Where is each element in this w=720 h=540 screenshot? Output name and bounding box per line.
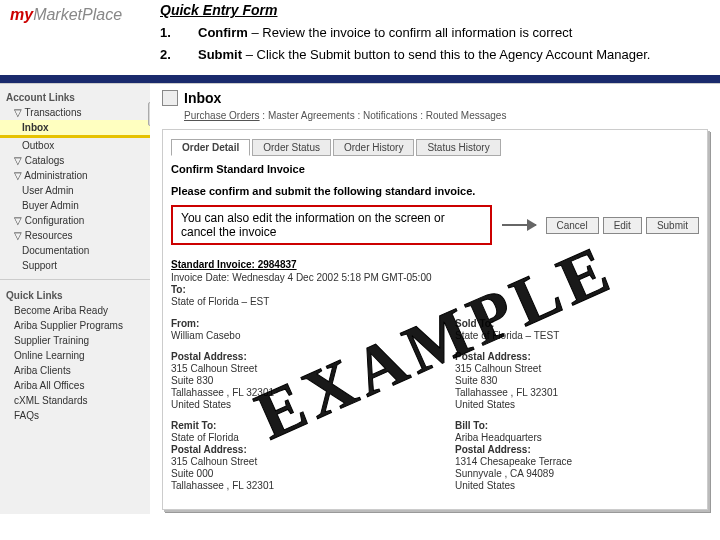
instruction-steps: 1. Confirm – Review the invoice to confi… [160,24,710,63]
sidebar-item-buyer-admin[interactable]: Buyer Admin [0,198,150,213]
step-number: 2. [160,46,198,64]
step-lead: Confirm [198,25,248,40]
breadcrumb-item[interactable]: Notifications [363,110,417,121]
bill-label: Bill To: [455,420,488,431]
addr-line: Tallahassee , FL 32301 [171,387,415,398]
from-name: William Casebo [171,330,415,341]
submit-button[interactable]: Submit [646,217,699,234]
sidebar-quicklink[interactable]: Online Learning [0,348,150,363]
tab-order-history[interactable]: Order History [333,139,414,156]
inbox-title: Inbox [184,90,221,106]
addr-line: Tallahassee , FL 32301 [171,480,415,491]
sold-name: State of Florida – TEST [455,330,699,341]
breadcrumb: Purchase Orders : Master Agreements : No… [184,110,708,121]
addr-line: Suite 830 [171,375,415,386]
sidebar-quicklink[interactable]: Ariba All Offices [0,378,150,393]
tab-order-status[interactable]: Order Status [252,139,331,156]
sidebar-item-outbox[interactable]: Outbox [0,138,150,153]
sidebar-item-support[interactable]: Support [0,258,150,273]
sold-label: Sold To: [455,318,494,329]
sidebar-item-transactions[interactable]: ▽ Transactions [0,105,150,120]
sidebar-item-configuration[interactable]: ▽ Configuration [0,213,150,228]
sidebar-item-administration[interactable]: ▽ Administration [0,168,150,183]
from-postal-label: Postal Address: [171,351,247,362]
sidebar-quicklink[interactable]: FAQs [0,408,150,423]
addr-line: Suite 830 [455,375,699,386]
bill-name: Ariba Headquarters [455,432,699,443]
sidebar-item-user-admin[interactable]: User Admin [0,183,150,198]
sidebar-quicklink[interactable]: Become Ariba Ready [0,303,150,318]
addr-line: 315 Calhoun Street [171,456,415,467]
remit-name: State of Florida [171,432,415,443]
edit-note-callout: You can also edit the information on the… [171,205,492,245]
addr-line: Sunnyvale , CA 94089 [455,468,699,479]
sidebar-section-account: Account Links [0,88,150,105]
addr-line: United States [171,399,415,410]
to-label: To: [171,284,186,295]
addr-line: United States [455,399,699,410]
addr-line: 315 Calhoun Street [455,363,699,374]
addr-line: Tallahassee , FL 32301 [455,387,699,398]
sidebar: Account Links ▽ Transactions Inbox Outbo… [0,84,150,514]
sidebar-section-quicklinks: Quick Links [0,286,150,303]
sidebar-item-inbox[interactable]: Inbox [0,120,150,138]
breadcrumb-item[interactable]: Purchase Orders [184,110,260,121]
step-lead: Submit [198,47,242,62]
inbox-icon [162,90,178,106]
addr-line: 1314 Chesapeake Terrace [455,456,699,467]
arrow-icon [502,224,535,226]
tab-order-detail[interactable]: Order Detail [171,139,250,156]
step-text: – Click the Submit button to send this t… [242,47,650,62]
confirmation-instruction: Please confirm and submit the following … [171,185,699,197]
remit-label: Remit To: [171,420,216,431]
bill-postal-label: Postal Address: [455,444,531,455]
content-panel: Order Detail Order Status Order History … [162,129,708,510]
sidebar-quicklink[interactable]: Supplier Training [0,333,150,348]
sidebar-quicklink[interactable]: Ariba Clients [0,363,150,378]
main-content: Inbox Purchase Orders : Master Agreement… [150,84,720,514]
invoice-date: Invoice Date: Wednesday 4 Dec 2002 5:18 … [171,272,699,283]
step-number: 1. [160,24,198,42]
page-title: Quick Entry Form [160,2,710,18]
divider-bar [0,75,720,83]
brand-logo: myMarketPlace [10,6,122,24]
sidebar-item-catalogs[interactable]: ▽ Catalogs [0,153,150,168]
to-value: State of Florida – EST [171,296,699,307]
addr-line: 315 Calhoun Street [171,363,415,374]
breadcrumb-item[interactable]: Master Agreements [268,110,355,121]
addr-line: Suite 000 [171,468,415,479]
remit-postal-label: Postal Address: [171,444,247,455]
sidebar-item-documentation[interactable]: Documentation [0,243,150,258]
sidebar-quicklink[interactable]: Ariba Supplier Programs [0,318,150,333]
from-label: From: [171,318,199,329]
cancel-button[interactable]: Cancel [546,217,599,234]
sidebar-quicklink[interactable]: cXML Standards [0,393,150,408]
invoice-heading: Standard Invoice: 2984837 [171,259,699,270]
sidebar-item-resources[interactable]: ▽ Resources [0,228,150,243]
tabs: Order Detail Order Status Order History … [171,138,699,155]
breadcrumb-item[interactable]: Routed Messages [426,110,507,121]
panel-title: Confirm Standard Invoice [171,163,699,175]
sold-postal-label: Postal Address: [455,351,531,362]
tab-status-history[interactable]: Status History [416,139,500,156]
addr-line: United States [455,480,699,491]
edit-button[interactable]: Edit [603,217,642,234]
step-text: – Review the invoice to confirm all info… [248,25,572,40]
